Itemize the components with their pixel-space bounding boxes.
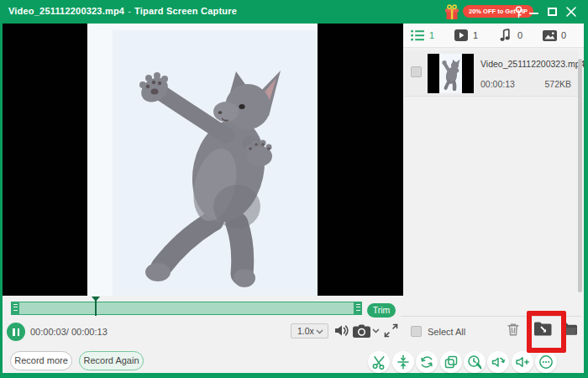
trim-start-handle[interactable] [11,302,19,315]
merge-button[interactable] [440,351,462,373]
image-count: 0 [561,30,566,40]
delete-icon[interactable] [506,322,521,337]
compress-icon [396,354,411,370]
audio-count: 0 [517,30,522,40]
media-item-checkbox[interactable] [411,66,422,77]
close-icon[interactable] [565,6,577,18]
edit-info-icon [467,354,482,370]
video-frame [87,24,318,296]
trim-end-handle[interactable] [354,302,362,315]
dancing-cat-image [87,24,318,296]
select-all-label: Select All [428,327,465,337]
minimize-icon[interactable] [529,13,538,14]
pause-button[interactable] [7,323,25,341]
volume-boost-icon [515,354,530,370]
more-tools-button[interactable] [535,351,557,373]
snapshot-dropdown-icon[interactable] [372,328,380,333]
record-more-button[interactable]: Record more [10,351,72,370]
edit-info-button[interactable] [464,351,486,373]
playlist-icon[interactable] [411,29,425,42]
volume-icon[interactable] [334,323,349,338]
timeline-track[interactable] [11,302,362,315]
time-display: 00:00:03/ 00:00:13 [30,327,108,337]
convert-icon [419,354,434,370]
playhead-handle[interactable] [95,300,97,316]
snapshot-icon[interactable] [353,324,370,338]
media-item-name: Video_251112200323.mp4 [480,59,585,69]
pause-icon [13,328,15,336]
video-icon[interactable] [454,29,468,41]
fullscreen-icon[interactable] [384,323,398,338]
title-appname: Tipard Screen Capture [134,6,237,16]
audio-convert-icon [491,354,506,370]
convert-button[interactable] [416,351,438,373]
media-item-size: 572KB [536,79,571,89]
export-folder-icon[interactable] [533,320,553,337]
select-all-checkbox[interactable] [411,326,422,337]
titlebar: Video_251112200323.mp4-Tipard Screen Cap… [0,0,588,24]
key-icon[interactable] [512,5,526,19]
playlist-count: 1 [429,30,434,40]
app-window: Video_251112200323.mp4-Tipard Screen Cap… [0,0,588,378]
cut-icon [371,354,386,370]
compress-button[interactable] [392,351,414,373]
merge-icon [444,354,459,370]
thumbnail-cat-image [439,54,462,93]
title-separator: - [124,6,134,16]
speed-select[interactable]: 1.0x [291,323,328,339]
video-count: 1 [473,30,478,40]
speed-value: 1.0x [297,326,314,336]
audio-convert-button[interactable] [487,351,509,373]
library-scrollbar[interactable] [578,59,582,292]
cut-button[interactable] [368,351,390,373]
more-icon [538,354,554,370]
volume-boost-button[interactable] [512,351,533,373]
image-icon[interactable] [543,30,557,41]
trim-button[interactable]: Trim [367,303,396,318]
record-again-button[interactable]: Record Again [79,351,144,370]
maximize-icon[interactable] [548,8,557,16]
chevron-down-icon [316,329,323,334]
title-filename: Video_251112200323.mp4 [8,6,124,16]
gift-icon[interactable] [443,3,461,21]
music-icon[interactable] [500,29,511,42]
media-item-thumbnail[interactable] [428,54,474,93]
media-item-duration: 00:00:13 [480,79,515,89]
window-title: Video_251112200323.mp4-Tipard Screen Cap… [8,6,237,16]
